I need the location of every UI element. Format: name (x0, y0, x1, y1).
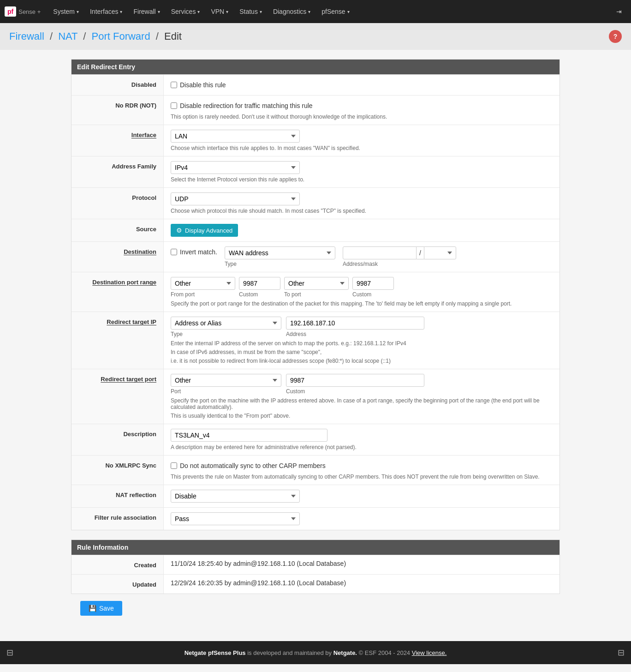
redirect-port-row: Redirect target port Other Port Custom S… (71, 369, 560, 424)
footer: ⊟ Netgate pfSense Plus is developed and … (0, 641, 631, 664)
chevron-down-icon: ▾ (197, 9, 200, 14)
breadcrumb-port-forward[interactable]: Port Forward (92, 30, 150, 42)
redirect-ip-help1: Enter the internal IP address of the ser… (171, 340, 553, 347)
redirect-port-type-label: Port (171, 388, 281, 395)
nav-status[interactable]: Status ▾ (234, 0, 268, 23)
filter-rule-content: Pass None Add associated filter rule (164, 508, 560, 530)
footer-right-arrow[interactable]: ⊟ (618, 648, 625, 658)
to-port-label: To port (284, 291, 349, 298)
destination-type-select[interactable]: WAN address (225, 246, 335, 259)
updated-label: Updated (71, 575, 164, 594)
interface-row: Interface LAN Choose which interface thi… (71, 125, 560, 156)
navbar-brand[interactable]: pf Sense + (5, 6, 41, 17)
invert-match-checkbox[interactable] (171, 249, 177, 255)
redirect-port-help1: Specify the port on the machine with the… (171, 397, 553, 410)
nat-reflection-label: NAT reflection (71, 485, 164, 507)
protocol-row: Protocol UDP Choose which protocol this … (71, 188, 560, 219)
redirect-ip-help2: In case of IPv6 addresses, in must be fr… (171, 349, 553, 355)
protocol-label: Protocol (71, 188, 164, 219)
destination-row: Destination Invert match. WAN address Ty… (71, 242, 560, 272)
chevron-down-icon: ▾ (347, 9, 350, 14)
nav-system[interactable]: System ▾ (48, 0, 84, 23)
no-rdr-content: Disable redirection for traffic matching… (164, 96, 560, 125)
interface-select[interactable]: LAN (171, 130, 300, 143)
save-button[interactable]: 💾 Save (80, 601, 122, 616)
breadcrumb-nat[interactable]: NAT (58, 30, 77, 42)
from-port-label: From port (171, 291, 235, 298)
navbar-right: ⇥ (612, 0, 626, 23)
chevron-down-icon: ▾ (308, 9, 310, 14)
gear-icon: ⚙ (176, 227, 182, 234)
save-icon: 💾 (89, 605, 96, 612)
no-rdr-checkbox[interactable] (171, 102, 177, 109)
display-advanced-button[interactable]: ⚙ Display Advanced (171, 224, 238, 237)
disabled-content: Disable this rule (164, 75, 560, 95)
filter-rule-select[interactable]: Pass None Add associated filter rule (171, 512, 300, 525)
nat-reflection-select[interactable]: Disable Enable (NAT + Proxy) Enable (Pur… (171, 490, 300, 503)
source-label: Source (71, 219, 164, 241)
destination-mask-select[interactable] (424, 246, 456, 259)
address-family-row: Address Family IPv4 Select the Internet … (71, 156, 560, 188)
nav-vpn[interactable]: VPN ▾ (205, 0, 234, 23)
address-family-select[interactable]: IPv4 (171, 161, 300, 174)
breadcrumb-sep-3: / (156, 30, 161, 42)
edit-section-header: Edit Redirect Entry (71, 59, 560, 74)
footer-brand: Netgate pfSense Plus (185, 649, 246, 656)
chevron-down-icon: ▾ (120, 9, 122, 14)
no-rdr-checkbox-label[interactable]: Disable redirection for traffic matching… (180, 102, 313, 109)
nav-interfaces[interactable]: Interfaces ▾ (84, 0, 128, 23)
invert-match-label[interactable]: Invert match. (180, 248, 217, 256)
redirect-ip-address-label: Address (286, 331, 424, 337)
view-license-link[interactable]: View license. (412, 649, 447, 656)
port-range-help: Specify the port or port range for the d… (171, 300, 553, 307)
description-row: Description A description may be entered… (71, 424, 560, 456)
protocol-select[interactable]: UDP (171, 192, 300, 205)
breadcrumb-sep-1: / (50, 30, 55, 42)
help-button[interactable]: ? (609, 30, 622, 43)
nav-services[interactable]: Services ▾ (166, 0, 206, 23)
address-family-help: Select the Internet Protocol version thi… (171, 176, 553, 183)
description-input[interactable] (171, 429, 327, 442)
action-bar: 💾 Save (71, 594, 560, 623)
source-row: Source ⚙ Display Advanced (71, 219, 560, 242)
redirect-ip-address-input[interactable] (286, 317, 424, 330)
nav-firewall[interactable]: Firewall ▾ (128, 0, 165, 23)
destination-label: Destination (71, 242, 164, 272)
from-port-custom-label: Custom (239, 291, 280, 298)
no-xmlrpc-checkbox[interactable] (171, 462, 177, 469)
breadcrumb: Firewall / NAT / Port Forward / Edit ? (0, 23, 631, 50)
redirect-port-custom-input[interactable] (286, 374, 424, 387)
redirect-port-type-select[interactable]: Other (171, 374, 281, 387)
redirect-ip-row: Redirect target IP Address or Alias Type… (71, 312, 560, 369)
no-xmlrpc-checkbox-label[interactable]: Do not automatically sync to other CARP … (180, 462, 326, 469)
from-port-custom-input[interactable] (239, 277, 280, 290)
to-port-type-select[interactable]: Other (284, 277, 349, 290)
breadcrumb-firewall[interactable]: Firewall (9, 30, 44, 42)
destination-address-input[interactable] (343, 246, 417, 259)
address-family-content: IPv4 Select the Internet Protocol versio… (164, 156, 560, 187)
navbar: pf Sense + System ▾ Interfaces ▾ Firewal… (0, 0, 631, 23)
created-label: Created (71, 555, 164, 574)
rule-info-header: Rule Information (71, 540, 560, 555)
logout-button[interactable]: ⇥ (612, 0, 626, 23)
no-rdr-row: No RDR (NOT) Disable redirection for tra… (71, 96, 560, 125)
nav-pfsense[interactable]: pfSense ▾ (316, 0, 355, 23)
redirect-ip-type-select[interactable]: Address or Alias (171, 317, 281, 330)
description-help: A description may be entered here for ad… (171, 444, 553, 450)
breadcrumb-edit: Edit (164, 30, 182, 42)
chevron-down-icon: ▾ (77, 9, 79, 14)
main-container: Edit Redirect Entry Disabled Disable thi… (62, 50, 569, 632)
disabled-checkbox[interactable] (171, 82, 177, 88)
nat-reflection-row: NAT reflection Disable Enable (NAT + Pro… (71, 485, 560, 508)
nat-reflection-content: Disable Enable (NAT + Proxy) Enable (Pur… (164, 485, 560, 507)
logout-icon: ⇥ (616, 8, 622, 15)
disabled-checkbox-label[interactable]: Disable this rule (180, 81, 226, 89)
form-body: Disabled Disable this rule No RDR (NOT) … (71, 74, 560, 530)
redirect-port-help2: This is usually identical to the "From p… (171, 413, 553, 419)
nav-diagnostics[interactable]: Diagnostics ▾ (268, 0, 316, 23)
to-port-custom-input[interactable] (352, 277, 394, 290)
created-row: Created 11/10/24 18:25:40 by admin@192.1… (71, 555, 560, 575)
filter-rule-label: Filter rule association (71, 508, 164, 530)
footer-left-arrow[interactable]: ⊟ (6, 648, 13, 658)
from-port-type-select[interactable]: Other (171, 277, 235, 290)
